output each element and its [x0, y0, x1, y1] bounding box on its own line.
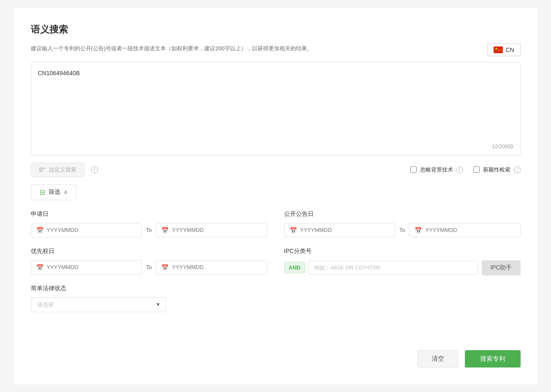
application-date-to-label: To: [146, 227, 152, 233]
custom-search-info-icon[interactable]: i: [91, 166, 98, 173]
search-button[interactable]: 搜索专利: [465, 350, 521, 368]
legal-status-select[interactable]: 请选择: [31, 297, 166, 312]
filter-columns: 申请日 📅 To 📅 优先权日: [31, 210, 521, 338]
priority-date-section: 优先权日 📅 To 📅: [31, 248, 267, 275]
application-date-from-input[interactable]: [47, 227, 136, 233]
legal-status-label: 简单法律状态: [31, 285, 267, 292]
legal-status-section: 简单法律状态 请选择 ▼: [31, 285, 267, 312]
priority-date-label: 优先权日: [31, 248, 267, 255]
application-date-section: 申请日 📅 To 📅: [31, 210, 267, 237]
filter-button[interactable]: ⊟ 筛选 ∧: [31, 185, 76, 200]
novelty-search-label: 新颖性检索: [483, 166, 510, 174]
custom-search-button[interactable]: 自定义搜索: [31, 163, 84, 177]
search-textarea[interactable]: CN106494640B: [38, 68, 513, 140]
and-badge[interactable]: AND: [284, 262, 305, 273]
publication-date-range: 📅 To 📅: [284, 223, 521, 237]
publication-date-from-input[interactable]: [300, 227, 390, 233]
novelty-search-checkbox[interactable]: [473, 166, 480, 173]
language-button[interactable]: CN: [487, 44, 520, 56]
priority-date-from-input[interactable]: [47, 264, 136, 270]
priority-date-to-input[interactable]: [172, 264, 261, 270]
calendar-icon-4: 📅: [161, 264, 168, 271]
filter-bar: ⊟ 筛选 ∧: [31, 185, 521, 200]
priority-date-to: 📅: [156, 260, 267, 275]
filter-label: 筛选: [49, 188, 60, 196]
publication-date-to-label: To: [399, 227, 405, 233]
calendar-icon-5: 📅: [290, 227, 297, 234]
ignore-bg-group: 忽略背景技术 i: [410, 166, 463, 174]
ipc-assistant-button[interactable]: IPC助手: [482, 260, 520, 275]
publication-date-from: 📅: [284, 223, 395, 237]
filter-icon: ⊟: [40, 188, 45, 196]
priority-date-range: 📅 To 📅: [31, 260, 267, 275]
ipc-input[interactable]: [309, 261, 478, 275]
ipc-row: AND IPC助手: [284, 260, 521, 275]
publication-date-section: 公开公告日 📅 To 📅: [284, 210, 521, 237]
left-column: 申请日 📅 To 📅 优先权日: [31, 210, 267, 338]
lang-label: CN: [505, 46, 514, 53]
calendar-icon-3: 📅: [36, 264, 43, 271]
options-row: 自定义搜索 i 忽略背景技术 i 新颖性检索 i: [31, 163, 521, 177]
clear-button[interactable]: 清空: [418, 350, 458, 368]
application-date-label: 申请日: [31, 210, 267, 218]
application-date-range: 📅 To 📅: [31, 223, 267, 237]
application-date-to: 📅: [156, 223, 267, 237]
right-column: 公开公告日 📅 To 📅 IPC分类号 AND: [284, 210, 521, 338]
calendar-icon-1: 📅: [36, 227, 43, 234]
search-textarea-wrapper: CN106494640B 12/20000: [31, 62, 521, 156]
ipc-section: IPC分类号 AND IPC助手: [284, 248, 521, 275]
right-options: 忽略背景技术 i 新颖性检索 i: [410, 166, 521, 174]
calendar-icon-6: 📅: [415, 227, 422, 234]
custom-search-label: 自定义搜索: [49, 166, 76, 174]
novelty-search-group: 新颖性检索 i: [473, 166, 521, 174]
ignore-bg-checkbox[interactable]: [410, 166, 417, 173]
application-date-from: 📅: [31, 223, 142, 237]
custom-search-icon: [39, 168, 46, 172]
footer-buttons: 清空 搜索专利: [31, 350, 521, 368]
priority-date-to-label: To: [146, 264, 152, 270]
chevron-up-icon: ∧: [64, 189, 68, 195]
publication-date-to-input[interactable]: [425, 227, 515, 233]
application-date-to-input[interactable]: [172, 227, 261, 233]
page-title: 语义搜索: [31, 23, 521, 36]
ignore-bg-label: 忽略背景技术: [420, 166, 453, 174]
main-container: 语义搜索 建议输入一个专利的公开(公告)号或者一段技术描述文本（如权利要求，建议…: [14, 8, 537, 384]
ignore-bg-info-icon[interactable]: i: [456, 166, 463, 173]
char-count: 12/20000: [38, 144, 513, 150]
description-text: 建议输入一个专利的公开(公告)号或者一段技术描述文本（如权利要求，建议200字以…: [31, 44, 479, 53]
ipc-label: IPC分类号: [284, 248, 521, 255]
priority-date-from: 📅: [31, 260, 142, 275]
calendar-icon-2: 📅: [161, 227, 168, 234]
publication-date-label: 公开公告日: [284, 210, 521, 218]
legal-status-select-wrapper: 请选择 ▼: [31, 297, 166, 312]
publication-date-to: 📅: [409, 223, 520, 237]
novelty-search-info-icon[interactable]: i: [514, 166, 521, 173]
cn-flag-icon: [494, 46, 503, 53]
